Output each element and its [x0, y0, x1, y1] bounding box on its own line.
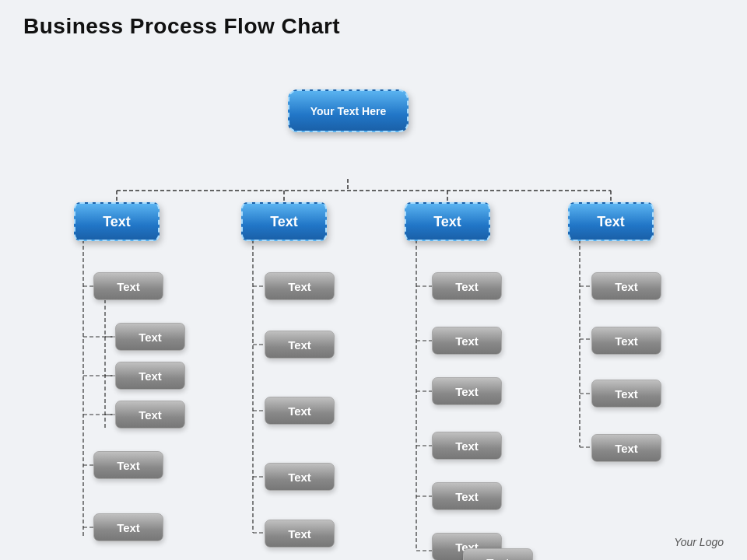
col1-sub6[interactable]: Text [93, 513, 163, 541]
col4-sub4[interactable]: Text [591, 434, 661, 462]
col1-header[interactable]: Text [74, 202, 160, 241]
col2-sub3[interactable]: Text [265, 397, 335, 425]
col3-sub7[interactable]: Text [463, 548, 533, 560]
col4-header[interactable]: Text [568, 202, 654, 241]
col3-header[interactable]: Text [405, 202, 490, 241]
col1-sub1[interactable]: Text [93, 272, 163, 300]
col1-sub2[interactable]: Text [115, 323, 185, 351]
col2-sub2[interactable]: Text [265, 331, 335, 359]
col4-sub1[interactable]: Text [591, 272, 661, 300]
root-node[interactable]: Your Text Here [288, 89, 409, 132]
col4-sub3[interactable]: Text [591, 380, 661, 408]
col2-header[interactable]: Text [241, 202, 327, 241]
col3-sub1[interactable]: Text [432, 272, 502, 300]
col2-sub4[interactable]: Text [265, 463, 335, 491]
col1-sub4[interactable]: Text [115, 401, 185, 429]
col3-sub3[interactable]: Text [432, 377, 502, 405]
col3-sub4[interactable]: Text [432, 432, 502, 460]
col2-sub1[interactable]: Text [265, 272, 335, 300]
col1-sub3[interactable]: Text [115, 362, 185, 390]
col2-sub5[interactable]: Text [265, 520, 335, 548]
page-title: Business Process Flow Chart [0, 0, 747, 39]
col3-sub2[interactable]: Text [432, 327, 502, 355]
col3-sub5[interactable]: Text [432, 482, 502, 510]
col1-sub5[interactable]: Text [93, 451, 163, 479]
col4-sub2[interactable]: Text [591, 327, 661, 355]
